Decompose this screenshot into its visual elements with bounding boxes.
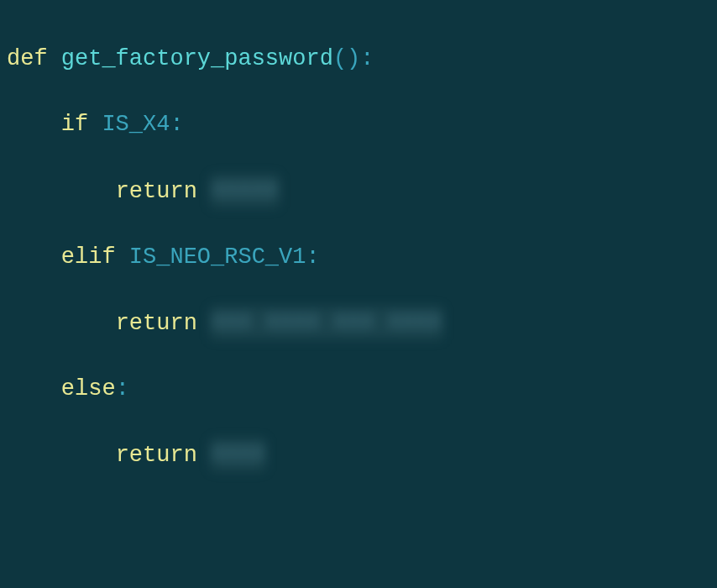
keyword-return: return — [116, 178, 197, 203]
keyword-return: return — [116, 443, 197, 468]
blank-line — [7, 571, 710, 589]
code-line: if IS_X4: — [7, 108, 710, 141]
colon: : — [170, 112, 183, 137]
code-line: elif IS_NEO_RSC_V1: — [7, 241, 710, 274]
redacted-value: XXXX — [211, 438, 265, 471]
code-line: else: — [7, 373, 710, 406]
code-line: return XXXXX — [7, 175, 710, 208]
blank-line — [7, 505, 710, 538]
redacted-value: XXXXX — [211, 175, 279, 207]
redacted-value: XXX XXXX XXX XXXX — [211, 307, 442, 339]
colon: : — [306, 244, 319, 270]
paren-open: ( — [333, 46, 347, 71]
function-name: get_factory_password — [61, 46, 333, 71]
keyword-def: def — [7, 46, 48, 71]
code-line: return XXX XXXX XXX XXXX — [7, 307, 710, 340]
colon: : — [360, 46, 374, 71]
identifier: IS_X4 — [102, 112, 170, 137]
code-block: def get_factory_password(): if IS_X4: re… — [7, 10, 710, 588]
code-line: return XXXX — [7, 438, 710, 472]
paren-close: ) — [347, 46, 360, 71]
keyword-return: return — [116, 311, 197, 336]
keyword-else: else — [61, 376, 116, 402]
colon: : — [116, 376, 129, 402]
keyword-elif: elif — [61, 244, 116, 270]
identifier: IS_NEO_RSC_V1 — [129, 244, 306, 270]
keyword-if: if — [61, 112, 88, 137]
code-line: def get_factory_password(): — [7, 43, 710, 76]
